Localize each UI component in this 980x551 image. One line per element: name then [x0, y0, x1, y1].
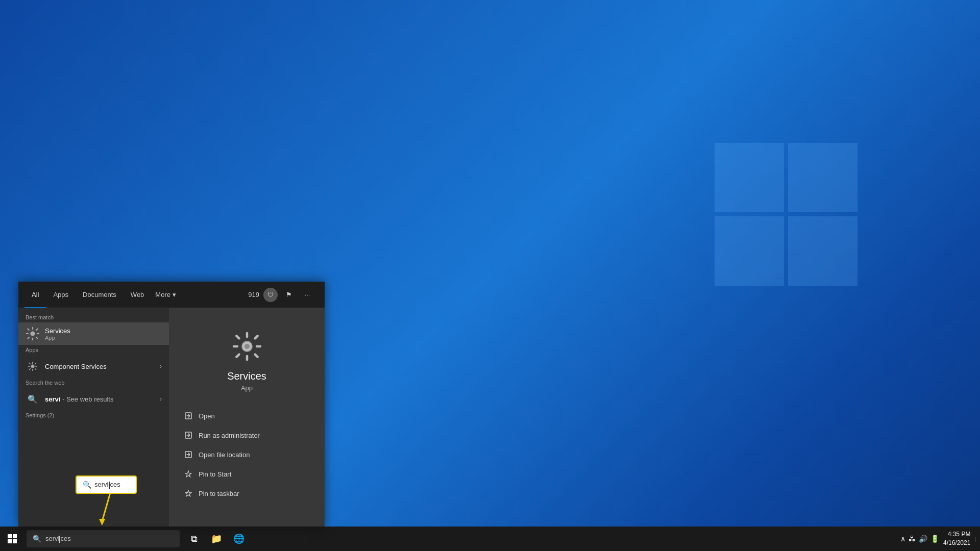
taskbar-search-box[interactable]: 🔍 services: [27, 530, 180, 547]
tab-web[interactable]: Web: [124, 282, 152, 308]
open-file-location-icon: [183, 449, 193, 460]
tab-count-area: 919 🛡 ⚑ ···: [248, 288, 314, 302]
clock-time: 4:35 PM: [943, 530, 970, 539]
best-match-label: Best match: [18, 312, 169, 322]
tab-bar: All Apps Documents Web More ▾ 919 🛡 ⚑ ··…: [18, 282, 325, 308]
detail-app-type: App: [241, 384, 253, 392]
action-open[interactable]: Open: [179, 406, 314, 425]
best-match-text: Services App: [45, 327, 162, 341]
action-list: Open Run as administrator: [169, 406, 325, 503]
svg-rect-12: [13, 539, 17, 543]
best-match-title: Services: [45, 327, 162, 335]
pin-to-start-label: Pin to Start: [199, 470, 231, 478]
web-search-icon: 🔍: [26, 392, 40, 406]
services-app-icon: [26, 327, 40, 341]
search-body: Best match Services App Apps: [18, 308, 325, 527]
show-desktop-btn[interactable]: |: [974, 536, 976, 542]
battery-icon[interactable]: 🔋: [930, 535, 939, 543]
tab-more[interactable]: More ▾: [151, 289, 180, 300]
pin-to-start-icon: [183, 469, 193, 479]
taskbar-search-text: services: [45, 535, 71, 543]
pin-to-taskbar-label: Pin to taskbar: [199, 490, 239, 497]
web-search-item[interactable]: 🔍 servi - See web results ›: [18, 388, 169, 410]
task-view-btn[interactable]: ⧉: [184, 529, 204, 549]
action-pin-to-start[interactable]: Pin to Start: [179, 464, 314, 484]
apps-label: Apps: [18, 345, 169, 355]
chevron-down-icon: ▾: [173, 291, 176, 298]
desktop: All Apps Documents Web More ▾ 919 🛡 ⚑ ··…: [0, 0, 980, 551]
taskbar-clock[interactable]: 4:35 PM 4/16/2021: [943, 530, 970, 547]
run-as-admin-icon: [183, 430, 193, 440]
open-icon: [183, 411, 193, 421]
component-services-icon: [26, 359, 40, 373]
result-count: 919: [248, 291, 259, 298]
user-icon-btn[interactable]: 🛡: [263, 288, 278, 302]
action-pin-to-taskbar[interactable]: Pin to taskbar: [179, 484, 314, 503]
taskbar-cursor: [59, 536, 60, 543]
web-search-arrow: ›: [160, 395, 162, 403]
start-button[interactable]: [0, 527, 24, 551]
text-cursor: [109, 482, 110, 489]
svg-rect-10: [13, 534, 17, 538]
svg-point-0: [31, 332, 35, 336]
search-box-text: services: [94, 481, 120, 489]
taskbar-right: ∧ 🖧 🔊 🔋 4:35 PM 4/16/2021 |: [900, 530, 980, 547]
open-file-location-label: Open file location: [199, 451, 250, 459]
svg-rect-9: [8, 534, 12, 538]
run-as-admin-label: Run as administrator: [199, 432, 260, 439]
volume-icon[interactable]: 🔊: [919, 535, 927, 543]
file-explorer-btn[interactable]: 📁: [206, 529, 227, 549]
pin-to-taskbar-icon: [183, 488, 193, 498]
settings-label: Settings (2): [18, 410, 169, 420]
open-label: Open: [199, 412, 215, 420]
web-search-suffix: - See web results: [62, 395, 113, 403]
detail-pane: Services App Open: [169, 308, 325, 527]
web-label: Search the web: [18, 378, 169, 388]
svg-point-1: [31, 365, 35, 368]
web-search-text: servi - See web results: [45, 395, 160, 403]
taskbar-search-icon: 🔍: [33, 535, 41, 543]
search-box-icon: 🔍: [83, 481, 91, 489]
system-tray-icons: ∧ 🖧 🔊 🔋: [900, 535, 939, 543]
web-search-title: servi - See web results: [45, 395, 160, 403]
component-services-text: Component Services: [45, 363, 160, 370]
search-annotation: 🔍 services: [76, 475, 137, 494]
detail-app-icon: [229, 329, 265, 364]
network-icon[interactable]: 🖧: [909, 535, 916, 543]
feedback-icon-btn[interactable]: ⚑: [282, 288, 296, 302]
svg-point-3: [244, 344, 250, 349]
svg-rect-11: [8, 539, 12, 543]
action-open-file-location[interactable]: Open file location: [179, 445, 314, 464]
component-services-arrow: ›: [160, 363, 162, 370]
taskbar: 🔍 services ⧉ 📁 🌐 ∧ 🖧 🔊 🔋 4:35 PM 4/16/20…: [0, 527, 980, 551]
clock-date: 4/16/2021: [943, 539, 970, 547]
best-match-subtitle: App: [45, 335, 162, 341]
best-match-item[interactable]: Services App: [18, 322, 169, 345]
component-services-title: Component Services: [45, 363, 160, 370]
search-results-panel: All Apps Documents Web More ▾ 919 🛡 ⚑ ··…: [18, 282, 325, 527]
taskbar-icons: ⧉ 📁 🌐: [184, 529, 249, 549]
tab-apps[interactable]: Apps: [46, 282, 76, 308]
edge-btn[interactable]: 🌐: [229, 529, 249, 549]
web-search-query: servi: [45, 395, 60, 403]
search-box-highlight: 🔍 services: [76, 475, 137, 494]
more-options-btn[interactable]: ···: [300, 288, 314, 302]
tab-documents[interactable]: Documents: [76, 282, 124, 308]
action-run-as-admin[interactable]: Run as administrator: [179, 425, 314, 445]
detail-app-name: Services: [227, 370, 266, 382]
tab-all[interactable]: All: [24, 282, 46, 308]
chevron-up-icon[interactable]: ∧: [900, 535, 905, 543]
component-services-item[interactable]: Component Services ›: [18, 355, 169, 378]
windows-logo: [715, 143, 857, 286]
